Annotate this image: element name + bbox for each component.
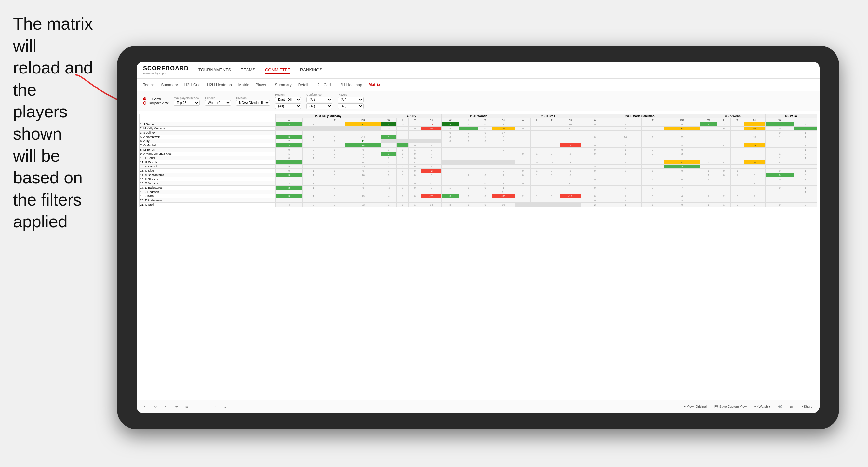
full-view-option[interactable]: Full View — [143, 97, 168, 101]
back-button[interactable]: ↩ — [163, 404, 169, 409]
redo-button[interactable]: ↻ — [152, 404, 159, 409]
nav-tournaments[interactable]: TOURNAMENTS — [198, 66, 231, 74]
cell — [492, 164, 515, 169]
region-select[interactable]: East - DII — [275, 97, 301, 102]
nav-rankings[interactable]: RANKINGS — [300, 66, 322, 74]
conference-select1[interactable]: (All) — [306, 97, 332, 102]
cell: 0 — [409, 164, 421, 169]
save-custom-view-button[interactable]: 💾 Save Custom View — [713, 404, 749, 409]
cell — [560, 131, 581, 135]
cell — [744, 139, 766, 144]
share-button[interactable]: ↗ Share — [798, 404, 814, 409]
region-all-select[interactable]: (All) — [275, 103, 301, 109]
subh-t2: T — [409, 118, 421, 122]
nav-committee[interactable]: COMMITTEE — [265, 66, 290, 74]
view-original-button[interactable]: 👁 View: Original — [681, 404, 709, 409]
cell: 1 — [459, 203, 478, 207]
table-row: 8. M Torres 0 0 1 0 1 0 1 2 3 — [140, 148, 817, 152]
cell — [421, 190, 442, 194]
sub-nav-h2h-heatmap2[interactable]: H2H Heatmap — [337, 83, 362, 87]
cell: -35 — [492, 194, 515, 198]
cell: 14 — [543, 160, 560, 164]
cell: 4 — [610, 126, 641, 131]
cell: 6 — [717, 126, 731, 131]
cell: 0 — [664, 203, 700, 207]
full-view-radio[interactable] — [143, 97, 146, 100]
cell: 1 — [731, 169, 744, 173]
sub-nav-matrix[interactable]: Matrix — [238, 83, 249, 87]
cell — [610, 173, 641, 177]
sub-nav-matrix2[interactable]: Matrix — [369, 82, 380, 88]
cell: 0 — [324, 144, 345, 148]
cell: 11 — [492, 190, 515, 194]
conference-select2[interactable]: (All) — [306, 103, 332, 109]
matrix-area[interactable]: 2. M Kelly Mulcahy 6. A Dy 11. G Woods 2… — [136, 111, 819, 400]
sub-nav-teams[interactable]: Teams — [143, 83, 154, 87]
cell — [478, 169, 492, 173]
sub-nav-detail[interactable]: Detail — [298, 83, 308, 87]
cell: 1 — [717, 182, 731, 186]
nav-teams[interactable]: TEAMS — [241, 66, 255, 74]
sub-nav-summary2[interactable]: Summary — [275, 83, 291, 87]
cell — [610, 139, 641, 144]
cell — [731, 139, 744, 144]
full-view-label: Full View — [148, 97, 161, 101]
cell: 11 — [421, 182, 442, 186]
cell: 0 — [409, 169, 421, 173]
cell: 17 — [492, 131, 515, 135]
cell: 0 — [478, 139, 492, 144]
cell — [409, 198, 421, 203]
refresh-button[interactable]: ⟳ — [173, 404, 180, 409]
cell — [744, 131, 766, 135]
watch-button[interactable]: 👁 Watch ▾ — [752, 404, 772, 409]
cell — [560, 156, 581, 160]
cell: 0 — [581, 177, 610, 182]
max-players-select[interactable]: Top 25 — [174, 100, 200, 106]
cell — [717, 198, 731, 203]
cell: 0 — [324, 194, 345, 198]
zoom-out-button[interactable]: − — [194, 404, 200, 409]
gender-label: Gender — [205, 96, 231, 99]
gender-select[interactable]: Women's — [205, 100, 231, 106]
sub-nav-h2h-heatmap[interactable]: H2H Heatmap — [207, 83, 232, 87]
subh-l1: L — [303, 118, 324, 122]
cell — [731, 156, 744, 160]
cell — [581, 173, 610, 177]
cell: 0 — [324, 164, 345, 169]
sub-nav-players[interactable]: Players — [255, 83, 268, 87]
cell: 0 — [531, 160, 543, 164]
cell — [324, 131, 345, 135]
cell: 0 — [581, 148, 610, 152]
comment-button[interactable]: 💬 — [776, 404, 784, 409]
subh-l2: L — [397, 118, 409, 122]
cell: 0 — [717, 173, 731, 177]
table-row: 12. A Bianchi 2 0 0 -16 1 1 0 4 — [140, 164, 817, 169]
compact-view-radio[interactable] — [143, 101, 146, 105]
sub-nav-h2h-grid2[interactable]: H2H Grid — [314, 83, 331, 87]
zoom-in-button[interactable]: + — [212, 404, 218, 409]
sub-nav-summary[interactable]: Summary — [161, 83, 178, 87]
undo-button[interactable]: ↩ — [142, 404, 148, 409]
cell — [765, 194, 794, 198]
cell — [700, 156, 717, 160]
compact-view-option[interactable]: Compact View — [143, 101, 168, 105]
cell: 0 — [409, 173, 421, 177]
cell: 0 — [324, 173, 345, 177]
cell — [442, 190, 459, 194]
player-name: 16. X Mcgaha — [140, 182, 276, 186]
cell: -11 — [421, 122, 442, 126]
cell: 1 — [515, 160, 531, 164]
cell — [442, 152, 459, 156]
players-select1[interactable]: (All) — [338, 97, 364, 102]
cell — [731, 190, 744, 194]
players-select2[interactable]: (All) — [338, 103, 364, 109]
cell — [459, 160, 478, 164]
player-name: 7. O Mitchell — [140, 144, 276, 148]
timer-button[interactable]: ⏱ — [222, 404, 229, 409]
cell: 0 — [409, 126, 421, 131]
sub-nav-h2h-grid[interactable]: H2H Grid — [184, 83, 201, 87]
subh-w2: W — [381, 118, 397, 122]
division-select[interactable]: NCAA Division II — [236, 100, 270, 106]
grid2-button[interactable]: ⊞ — [788, 404, 795, 409]
grid-button[interactable]: ⊞ — [183, 404, 190, 409]
